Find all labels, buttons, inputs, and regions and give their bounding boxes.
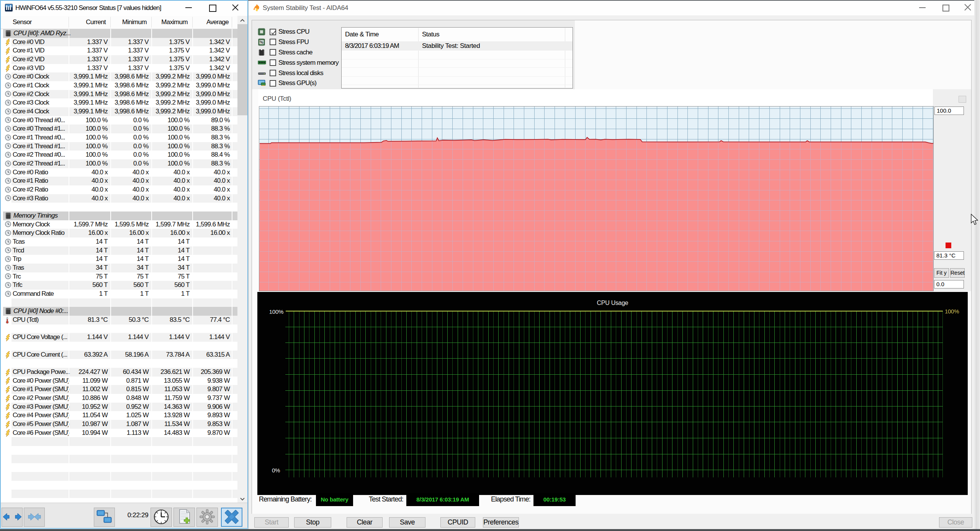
svg-text:%: % [260, 40, 263, 44]
